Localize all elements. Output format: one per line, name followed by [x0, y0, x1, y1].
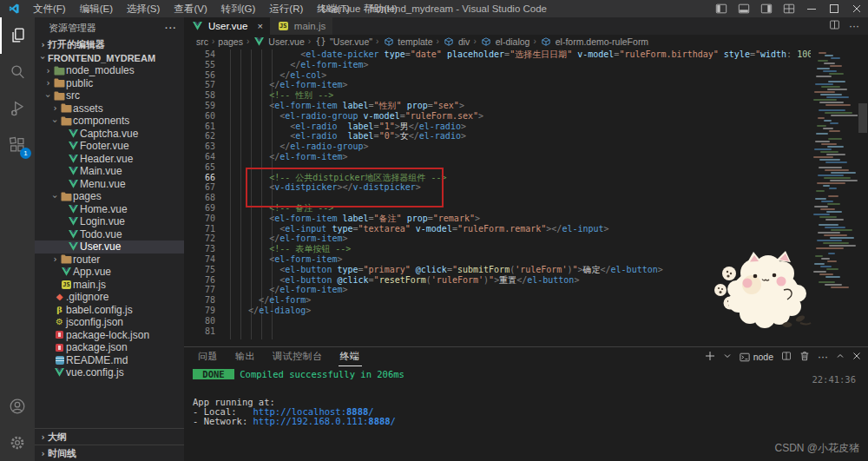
- tab-main.js[interactable]: JSmain.js: [270, 17, 332, 35]
- menu-item[interactable]: 编辑(E): [73, 0, 120, 17]
- menu-item[interactable]: 选择(S): [120, 0, 167, 17]
- code-line-62[interactable]: 62<el-radio label="0">女</el-radio>: [184, 131, 868, 142]
- breadcrumb-item[interactable]: template: [382, 36, 432, 47]
- tree-item-router[interactable]: ›router: [35, 254, 184, 267]
- tree-item-jsconfig.json[interactable]: ⚙jsconfig.json: [35, 316, 184, 329]
- breadcrumb-item[interactable]: el-dialog: [480, 36, 530, 47]
- code-line-59[interactable]: 59<el-form-item label="性别" prop="sex">: [184, 101, 868, 111]
- minimap-line: [818, 60, 828, 62]
- close-window-button[interactable]: [845, 0, 868, 17]
- breadcrumb-item[interactable]: el-form.demo-ruleForm: [540, 36, 648, 47]
- editor-scrollbar[interactable]: [858, 48, 868, 346]
- code-line-57[interactable]: 57</el-form-item>: [184, 80, 868, 90]
- code-line-61[interactable]: 61<el-radio label="1">男</el-radio>: [184, 122, 868, 132]
- new-terminal-icon[interactable]: [705, 351, 715, 364]
- code-line-54[interactable]: 54<el-date-picker type="date" placeholde…: [184, 49, 868, 60]
- tree-item-node_modules[interactable]: ›node_modules: [35, 64, 184, 77]
- tree-item-babel.config.js[interactable]: βbabel.config.js: [35, 304, 184, 317]
- minimize-button[interactable]: [800, 0, 823, 17]
- toggle-secondary-sidebar-icon[interactable]: [755, 0, 778, 17]
- vscode-window: { "titlebar": { "title": "User.vue - fro…: [0, 0, 868, 461]
- code-line-63[interactable]: 63</el-radio-group>: [184, 142, 868, 152]
- code-line-70[interactable]: 70<el-form-item label="备注" prop="remark"…: [184, 214, 868, 224]
- run-debug-icon[interactable]: [0, 90, 35, 127]
- tree-item-assets[interactable]: ›assets: [35, 102, 184, 115]
- tree-item-.gitignore[interactable]: ◆.gitignore: [35, 291, 184, 304]
- terminal-output[interactable]: DONE Compiled successfully in 206ms App …: [184, 366, 868, 461]
- search-icon[interactable]: [0, 54, 35, 90]
- tree-item-App.vue[interactable]: App.vue: [35, 266, 184, 279]
- tree-item-label: Home.vue: [80, 203, 128, 215]
- menu-item[interactable]: 转到(G): [214, 0, 263, 17]
- menu-item[interactable]: 文件(F): [26, 0, 73, 17]
- panel-tab-终端[interactable]: 终端: [339, 347, 362, 366]
- sidebar-more-icon[interactable]: ···: [165, 23, 177, 33]
- code-line-64[interactable]: 64</el-form-item>: [184, 152, 868, 162]
- extensions-icon[interactable]: 1: [0, 127, 35, 163]
- breadcrumb-item[interactable]: {}"User.vue": [314, 36, 372, 47]
- panel-tab-调试控制台[interactable]: 调试控制台: [271, 347, 325, 366]
- editor-actions: ···: [829, 17, 868, 35]
- open-editors-section[interactable]: › 打开的编辑器: [35, 38, 184, 51]
- account-icon[interactable]: [0, 388, 35, 425]
- kill-terminal-icon[interactable]: [799, 351, 810, 364]
- tree-item-Login.vue[interactable]: Login.vue: [35, 215, 184, 228]
- tree-item-Todo.vue[interactable]: Todo.vue: [35, 228, 184, 241]
- tree-item-Header.vue[interactable]: Header.vue: [35, 153, 184, 166]
- tree-item-Home.vue[interactable]: Home.vue: [35, 203, 184, 216]
- toggle-sidebar-icon[interactable]: [710, 0, 733, 17]
- launch-profile-chevron-icon[interactable]: [723, 351, 732, 363]
- panel-more-icon[interactable]: ···: [818, 351, 828, 363]
- js-icon: JS: [60, 280, 73, 289]
- project-root-section[interactable]: › FRONTEND_MYDREAM: [35, 51, 184, 64]
- tree-item-public[interactable]: ›public: [35, 77, 184, 90]
- customize-layout-icon[interactable]: [778, 0, 800, 17]
- code-line-71[interactable]: 71<el-input type="textarea" v-model="rul…: [184, 224, 868, 234]
- maximize-panel-icon[interactable]: [836, 351, 845, 363]
- menu-item[interactable]: 查看(V): [167, 0, 214, 17]
- code-line-72[interactable]: 72</el-form-item>: [184, 234, 868, 244]
- tree-item-Captcha.vue[interactable]: Captcha.vue: [35, 128, 184, 141]
- tree-item-package-lock.json[interactable]: package-lock.json: [35, 329, 184, 342]
- editor-more-icon[interactable]: ···: [849, 20, 859, 32]
- code-line-56[interactable]: 56</el-col>: [184, 70, 868, 81]
- vue-icon: [191, 22, 204, 30]
- tree-item-Footer.vue[interactable]: Footer.vue: [35, 140, 184, 153]
- toggle-panel-icon[interactable]: [733, 0, 755, 17]
- tree-item-README.md[interactable]: README.md: [35, 354, 184, 367]
- tree-item-package.json[interactable]: package.json: [35, 341, 184, 354]
- explorer-icon[interactable]: [0, 17, 35, 54]
- close-panel-icon[interactable]: [852, 351, 861, 363]
- menu-item[interactable]: 运行(R): [262, 0, 310, 17]
- tree-item-src[interactable]: ›src: [35, 89, 184, 102]
- breadcrumb-item[interactable]: src: [196, 36, 208, 47]
- minimap[interactable]: [811, 48, 858, 346]
- panel-tab-输出[interactable]: 输出: [233, 347, 257, 366]
- panel-tab-问题[interactable]: 问题: [196, 347, 220, 366]
- tree-item-vue.config.js[interactable]: vue.config.js: [35, 366, 184, 379]
- scrollbar-thumb[interactable]: [858, 103, 867, 133]
- breadcrumb-item[interactable]: pages: [218, 36, 243, 47]
- maximize-button[interactable]: [823, 0, 845, 17]
- timeline-section[interactable]: › 时间线: [35, 445, 184, 461]
- tree-item-User.vue[interactable]: User.vue: [35, 240, 184, 254]
- settings-gear-icon[interactable]: [0, 425, 35, 461]
- code-line-60[interactable]: 60<el-radio-group v-model="ruleForm.sex"…: [184, 111, 868, 122]
- tab-User.vue[interactable]: User.vue×: [184, 17, 270, 35]
- tree-item-pages[interactable]: ›pages: [35, 190, 184, 203]
- close-tab-icon[interactable]: ×: [257, 21, 262, 31]
- split-editor-icon[interactable]: [829, 19, 840, 33]
- outline-section[interactable]: › 大纲: [35, 428, 184, 445]
- tree-item-components[interactable]: ›components: [35, 115, 184, 128]
- tree-item-Main.vue[interactable]: Main.vue: [35, 165, 184, 178]
- code-line-58[interactable]: 58<!-- 性别 -->: [184, 90, 868, 101]
- terminal-link[interactable]: http://192.168.0.111:8888/: [253, 416, 396, 426]
- tree-item-Menu.vue[interactable]: Menu.vue: [35, 178, 184, 191]
- tree-item-label: Main.vue: [80, 165, 122, 177]
- breadcrumb-item[interactable]: div: [443, 36, 470, 47]
- split-terminal-icon[interactable]: [781, 351, 792, 364]
- code-line-55[interactable]: 55</el-form-item>: [184, 60, 868, 70]
- tree-item-main.js[interactable]: JSmain.js: [35, 279, 184, 292]
- breadcrumb-item[interactable]: User.vue: [253, 36, 304, 47]
- terminal-shell-item[interactable]: node: [740, 352, 773, 362]
